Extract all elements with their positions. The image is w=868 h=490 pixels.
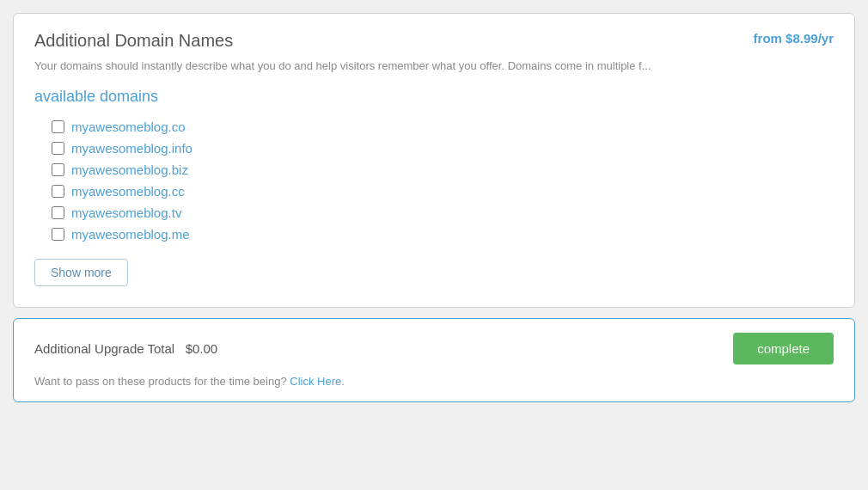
card-description: Your domains should instantly describe w… xyxy=(34,59,834,72)
upgrade-card: Additional Upgrade Total $0.00 complete … xyxy=(13,318,855,402)
upgrade-total-section: Additional Upgrade Total $0.00 xyxy=(34,341,217,357)
show-more-button[interactable]: Show more xyxy=(34,259,128,286)
domain-list: myawesomeblog.co myawesomeblog.info myaw… xyxy=(52,119,834,242)
card-price: from $8.99/yr xyxy=(754,31,834,46)
list-item: myawesomeblog.me xyxy=(52,227,834,242)
list-item: myawesomeblog.cc xyxy=(52,184,834,199)
upgrade-top: Additional Upgrade Total $0.00 complete xyxy=(34,333,834,364)
domain-name-cc: myawesomeblog.cc xyxy=(71,184,185,199)
list-item: myawesomeblog.info xyxy=(52,141,834,156)
available-domains-label: available domains xyxy=(34,88,834,106)
upgrade-note-text: Want to pass on these products for the t… xyxy=(34,375,287,388)
click-here-link[interactable]: Click Here xyxy=(290,375,341,388)
domain-name-biz: myawesomeblog.biz xyxy=(71,162,188,177)
upgrade-note: Want to pass on these products for the t… xyxy=(34,375,834,388)
card-header: Additional Domain Names from $8.99/yr xyxy=(34,31,834,51)
domain-names-card: Additional Domain Names from $8.99/yr Yo… xyxy=(13,13,855,308)
upgrade-note-end: . xyxy=(341,375,345,388)
domain-checkbox-tv[interactable] xyxy=(52,206,64,219)
price-prefix: from xyxy=(754,31,786,46)
price-value: $8.99/yr xyxy=(785,31,834,46)
upgrade-total-label: Additional Upgrade Total xyxy=(34,341,174,356)
list-item: myawesomeblog.co xyxy=(52,119,834,134)
domain-name-me: myawesomeblog.me xyxy=(71,227,190,242)
domain-checkbox-biz[interactable] xyxy=(52,163,64,176)
domain-checkbox-info[interactable] xyxy=(52,142,64,155)
domain-name-co: myawesomeblog.co xyxy=(71,119,186,134)
domain-checkbox-co[interactable] xyxy=(52,120,64,133)
domain-name-info: myawesomeblog.info xyxy=(71,141,193,156)
domain-checkbox-me[interactable] xyxy=(52,228,64,241)
list-item: myawesomeblog.tv xyxy=(52,205,834,220)
upgrade-total-amount: $0.00 xyxy=(186,341,218,356)
domain-checkbox-cc[interactable] xyxy=(52,185,64,198)
domain-name-tv: myawesomeblog.tv xyxy=(71,205,181,220)
list-item: myawesomeblog.biz xyxy=(52,162,834,177)
card-title: Additional Domain Names xyxy=(34,31,233,51)
complete-button[interactable]: complete xyxy=(733,333,834,364)
